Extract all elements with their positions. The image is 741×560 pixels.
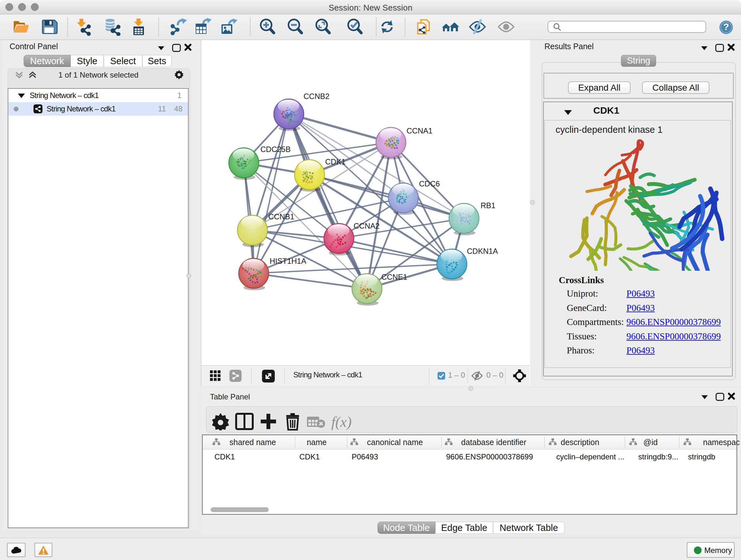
svg-text:CCNB1: CCNB1 — [268, 212, 294, 221]
svg-text:CCNA2: CCNA2 — [354, 222, 380, 230]
svg-text:HIST1H1A: HIST1H1A — [270, 257, 307, 265]
svg-text:CCNE1: CCNE1 — [381, 273, 407, 281]
svg-text:CDK1: CDK1 — [325, 158, 346, 166]
svg-text:CDC25B: CDC25B — [260, 145, 291, 153]
svg-text:CDC6: CDC6 — [419, 179, 440, 188]
svg-text:CCNB2: CCNB2 — [304, 92, 329, 101]
svg-text:?: ? — [723, 21, 729, 32]
svg-text:CCNA1: CCNA1 — [407, 126, 432, 135]
svg-text:RB1: RB1 — [481, 201, 495, 210]
svg-text:CDKN1A: CDKN1A — [467, 247, 498, 255]
